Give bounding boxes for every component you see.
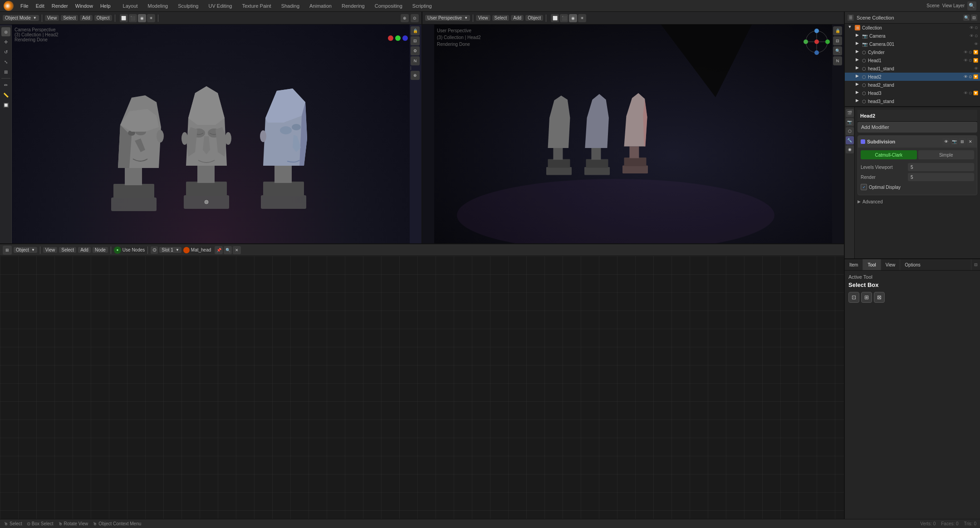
- frame-r[interactable]: ⊟: [833, 36, 842, 45]
- menu-help[interactable]: Help: [97, 2, 114, 10]
- tab-compositing[interactable]: Compositing: [370, 2, 407, 10]
- object-menu-left[interactable]: Object: [94, 15, 112, 21]
- node-x-button[interactable]: ✕: [233, 246, 241, 254]
- tab-rendering[interactable]: Rendering: [337, 2, 369, 10]
- gizmo-toggle[interactable]: ⊕: [401, 14, 409, 22]
- scene-3d-right[interactable]: [434, 25, 832, 243]
- outliner-filter[interactable]: ☰: [848, 15, 854, 21]
- tool-mode-button-1[interactable]: ⊡: [848, 292, 859, 303]
- tool-tab-tool[interactable]: Tool: [863, 259, 881, 270]
- outliner-item-head1stand[interactable]: ▶ ⬡ head1_stand 👁: [845, 64, 980, 73]
- vis-icon-2[interactable]: ⊙: [975, 25, 978, 30]
- outliner-filter-types[interactable]: ⊟: [971, 15, 977, 21]
- material-slot-icon[interactable]: ⊙: [151, 247, 158, 254]
- view-settings-button[interactable]: ⚙: [411, 46, 420, 55]
- cam-vis1[interactable]: 👁: [970, 34, 974, 38]
- object-menu-right[interactable]: Object: [525, 15, 543, 21]
- select-menu-right[interactable]: Select: [492, 15, 510, 21]
- props-tab-scene[interactable]: 🎬: [846, 109, 854, 117]
- cam-vis2[interactable]: ⊙: [975, 34, 978, 38]
- editor-type-button[interactable]: ⊞: [3, 246, 12, 255]
- shading-solid-r[interactable]: ⬛: [560, 14, 568, 22]
- modifier-render[interactable]: 📷: [951, 138, 958, 145]
- shading-rendered[interactable]: ☀: [147, 14, 155, 22]
- props-tab-object[interactable]: ⬡: [846, 127, 854, 135]
- outliner-item-camera[interactable]: ▶ 📷 Camera 👁 ⊙: [845, 32, 980, 40]
- tool-tab-options[interactable]: Options: [900, 259, 925, 270]
- node-node-menu[interactable]: Node: [93, 247, 108, 253]
- cyl-vis1[interactable]: 👁: [964, 50, 968, 54]
- modifier-delete[interactable]: ✕: [967, 138, 974, 145]
- tab-sculpting[interactable]: Sculpting: [173, 2, 203, 10]
- snap-button[interactable]: ⊕: [411, 71, 420, 80]
- search-r[interactable]: 🔍: [833, 46, 842, 55]
- shading-rendered-r[interactable]: ☀: [578, 14, 586, 22]
- tool-annotate[interactable]: ✏: [1, 80, 10, 89]
- node-add-menu[interactable]: Add: [78, 247, 91, 253]
- props-tab-modifiers[interactable]: 🔧: [846, 136, 854, 144]
- tool-tab-view[interactable]: View: [881, 259, 901, 270]
- tab-texture-paint[interactable]: Texture Paint: [237, 2, 275, 10]
- add-modifier-button[interactable]: Add Modifier: [858, 122, 977, 133]
- node-view-menu[interactable]: View: [43, 247, 58, 253]
- modifier-realtime[interactable]: 👁: [942, 138, 950, 145]
- tab-modeling[interactable]: Modeling: [143, 2, 173, 10]
- menu-render[interactable]: Render: [49, 2, 71, 10]
- tool-mode-button-2[interactable]: ⊞: [861, 292, 872, 303]
- tool-add[interactable]: 🔲: [1, 100, 10, 109]
- outliner-item-head3[interactable]: ▶ ⬡ Head3 👁 ⊙ 🔽: [845, 89, 980, 97]
- tab-uv-editing[interactable]: UV Editing: [204, 2, 236, 10]
- menu-edit[interactable]: Edit: [33, 2, 48, 10]
- frame-button[interactable]: ⊟: [411, 36, 420, 45]
- select-menu-left[interactable]: Select: [61, 15, 78, 21]
- shading-wireframe-r[interactable]: ⬜: [551, 14, 559, 22]
- simple-btn[interactable]: Simple: [918, 150, 975, 159]
- tool-tab-item[interactable]: Item: [845, 259, 863, 270]
- use-nodes-toggle[interactable]: ● Use Nodes: [114, 247, 145, 254]
- tab-scripting[interactable]: Scripting: [408, 2, 436, 10]
- tool-scale[interactable]: ⤡: [1, 57, 10, 66]
- add-menu-right[interactable]: Add: [511, 15, 524, 21]
- object-dropdown-node[interactable]: Object ▼: [14, 247, 37, 253]
- view-menu-left[interactable]: View: [45, 15, 59, 21]
- outliner-search[interactable]: 🔍: [963, 15, 970, 21]
- catmull-clark-btn[interactable]: Catmull-Clark: [861, 150, 917, 159]
- outliner-item-head2[interactable]: ▶ ⬡ Head2 👁 ⊙ 🔽: [845, 73, 980, 81]
- outliner-item-head1[interactable]: ▶ ⬡ Head1 👁 ⊙ 🔽: [845, 56, 980, 64]
- object-mode-dropdown-right[interactable]: User Perspective ▼: [425, 15, 470, 21]
- viewport-user[interactable]: User Perspective ▼ View Select Add Objec…: [422, 12, 844, 243]
- props-tab-material[interactable]: ◉: [846, 145, 854, 153]
- cyl-vis2[interactable]: ⊙: [969, 50, 972, 54]
- outliner-item-head2stand[interactable]: ▶ ⬡ head2_stand: [845, 81, 980, 89]
- advanced-toggle[interactable]: ▶ Advanced: [858, 197, 977, 206]
- outliner-item-collection[interactable]: ▼ ⊞ Collection 👁 ⊙: [845, 24, 980, 32]
- tool-cursor[interactable]: ⊕: [1, 27, 10, 36]
- tool-measure[interactable]: 📏: [1, 90, 10, 99]
- add-menu-left[interactable]: Add: [80, 15, 93, 21]
- lock-camera-button[interactable]: 🔒: [411, 26, 420, 35]
- vis-icon-1[interactable]: 👁: [970, 25, 974, 30]
- node-editor-canvas[interactable]: Principled BSDF BSDF GGX ▼: [0, 256, 844, 528]
- tool-move[interactable]: ✛: [1, 37, 10, 46]
- shading-material[interactable]: ◉: [138, 14, 146, 22]
- right-panel-tab-1[interactable]: ⊟: [971, 259, 980, 270]
- levels-viewport-value[interactable]: 5: [908, 163, 974, 171]
- menu-window[interactable]: Window: [72, 2, 96, 10]
- node-select-menu[interactable]: Select: [59, 247, 76, 253]
- settings-r[interactable]: N: [833, 56, 842, 65]
- tool-rotate[interactable]: ↺: [1, 47, 10, 56]
- outliner-item-cylinder[interactable]: ▶ ⬡ Cylinder 👁 ⊙ 🔽: [845, 48, 980, 56]
- scene-3d-left[interactable]: [12, 25, 410, 243]
- shading-wireframe[interactable]: ⬜: [120, 14, 128, 22]
- node-pin-button[interactable]: 📌: [215, 246, 223, 254]
- render-value[interactable]: 5: [908, 173, 974, 181]
- outliner-item-camera001[interactable]: ▶ 📷 Camera.001 👁: [845, 40, 980, 48]
- shading-solid[interactable]: ⬛: [129, 14, 137, 22]
- view-menu-right[interactable]: View: [476, 15, 490, 21]
- object-mode-dropdown-left[interactable]: Object Mode ▼: [3, 15, 39, 21]
- outliner-item-head3stand[interactable]: ▶ ⬡ head3_stand: [845, 97, 980, 105]
- lock-camera-r[interactable]: 🔒: [833, 26, 842, 35]
- tool-mode-button-3[interactable]: ⊠: [874, 292, 885, 303]
- slot-dropdown[interactable]: Slot 1 ▼: [159, 247, 181, 253]
- optimal-display-checkbox[interactable]: ✓: [861, 184, 867, 190]
